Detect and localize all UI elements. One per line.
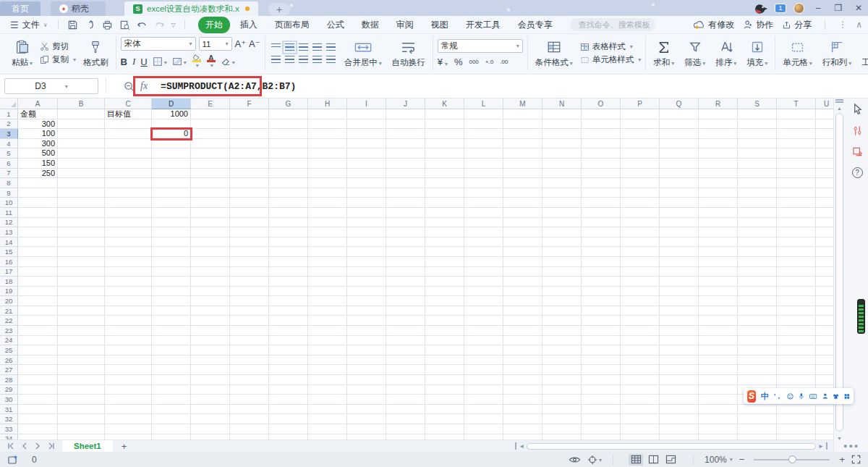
cell-B1[interactable] (58, 109, 105, 119)
cell-G33[interactable] (269, 424, 308, 434)
cell-D25[interactable] (152, 345, 191, 355)
cell-R6[interactable] (699, 159, 738, 169)
cell-C12[interactable] (105, 218, 152, 228)
cell-G31[interactable] (269, 405, 308, 415)
row-header-12[interactable]: 12 (0, 218, 18, 228)
cell-R34[interactable] (699, 434, 738, 439)
cell-N11[interactable] (542, 208, 582, 218)
cell-O14[interactable] (582, 237, 621, 248)
cell-T21[interactable] (777, 306, 816, 316)
cell-I14[interactable] (347, 237, 386, 248)
cell-K2[interactable] (425, 119, 464, 130)
cell-L25[interactable] (464, 345, 503, 355)
cell-D12[interactable] (152, 218, 191, 228)
cell-A6[interactable]: 150 (18, 159, 58, 169)
cell-E32[interactable] (191, 414, 230, 424)
hsplit-handle[interactable] (826, 442, 827, 450)
cell-C32[interactable] (105, 414, 152, 424)
cell-K16[interactable] (425, 257, 464, 267)
cell-O21[interactable] (582, 306, 621, 316)
cell-K22[interactable] (425, 316, 464, 326)
add-sheet-button[interactable]: + (122, 441, 127, 452)
cell-Q33[interactable] (660, 424, 699, 434)
cell-A19[interactable] (18, 287, 58, 297)
cell-U24[interactable] (816, 336, 833, 346)
row-header-21[interactable]: 21 (0, 306, 18, 316)
align-left-icon[interactable] (271, 56, 281, 64)
cell-R13[interactable] (699, 227, 738, 237)
cell-G18[interactable] (269, 277, 308, 287)
emoji-icon[interactable] (787, 392, 793, 401)
cell-M24[interactable] (503, 336, 542, 346)
cell-C4[interactable] (105, 139, 152, 149)
cell-F5[interactable] (230, 148, 269, 159)
first-sheet-icon[interactable] (7, 442, 14, 450)
cell-E19[interactable] (191, 287, 230, 297)
cell-G24[interactable] (269, 336, 308, 346)
cell-T17[interactable] (777, 267, 816, 277)
cell-T4[interactable] (777, 139, 816, 149)
cell-H15[interactable] (308, 247, 347, 257)
cell-B20[interactable] (58, 296, 105, 306)
cell-T8[interactable] (777, 178, 816, 188)
sogou-logo-icon[interactable]: S (747, 390, 756, 403)
cell-J23[interactable] (386, 326, 425, 336)
cell-N18[interactable] (542, 277, 582, 287)
cell-U25[interactable] (816, 345, 833, 355)
cell-A14[interactable] (18, 237, 58, 248)
cell-Q12[interactable] (660, 218, 699, 228)
cell-B16[interactable] (58, 257, 105, 267)
cell-U28[interactable] (816, 375, 833, 385)
cell-Q13[interactable] (660, 227, 699, 237)
collaborate-button[interactable]: 协作 (743, 19, 773, 31)
cell-D17[interactable] (152, 267, 191, 277)
cell-M6[interactable] (503, 159, 542, 169)
cell-C31[interactable] (105, 405, 152, 415)
cell-C13[interactable] (105, 227, 152, 237)
cell-L4[interactable] (464, 139, 503, 149)
column-header-E[interactable]: E (191, 98, 230, 109)
cell-B4[interactable] (58, 139, 105, 149)
cell-I6[interactable] (347, 159, 386, 169)
column-header-H[interactable]: H (308, 98, 347, 109)
cell-F31[interactable] (230, 405, 269, 415)
cell-J15[interactable] (386, 247, 425, 257)
cell-F4[interactable] (230, 139, 269, 149)
worksheet-button[interactable]: 工作表 (859, 38, 868, 68)
cell-B34[interactable] (58, 434, 105, 439)
cell-H33[interactable] (308, 424, 347, 434)
cell-C11[interactable] (105, 208, 152, 218)
file-menu-button[interactable]: ☰ 文件 ∨ (6, 19, 52, 31)
cell-Q4[interactable] (660, 139, 699, 149)
cell-E34[interactable] (191, 434, 230, 439)
cell-J34[interactable] (386, 434, 425, 439)
cell-O33[interactable] (582, 424, 621, 434)
cell-M28[interactable] (503, 375, 542, 385)
cell-H28[interactable] (308, 375, 347, 385)
cell-J8[interactable] (386, 178, 425, 188)
cell-F21[interactable] (230, 306, 269, 316)
cell-K17[interactable] (425, 267, 464, 277)
cell-L29[interactable] (464, 385, 503, 395)
cell-C34[interactable] (105, 434, 152, 439)
zoom-out-button[interactable]: − (739, 454, 745, 465)
cell-H12[interactable] (308, 218, 347, 228)
cell-C29[interactable] (105, 385, 152, 395)
cell-S10[interactable] (738, 198, 777, 208)
cell-S28[interactable] (738, 375, 777, 385)
cell-A10[interactable] (18, 198, 58, 208)
cell-F24[interactable] (230, 336, 269, 346)
cell-M33[interactable] (503, 424, 542, 434)
cell-Q24[interactable] (660, 336, 699, 346)
cell-O19[interactable] (582, 287, 621, 297)
cell-O9[interactable] (582, 188, 621, 198)
cell-K18[interactable] (425, 277, 464, 287)
cell-Q3[interactable] (660, 129, 699, 139)
cell-F25[interactable] (230, 345, 269, 355)
cell-A34[interactable] (18, 434, 58, 439)
cell-G22[interactable] (269, 316, 308, 326)
cell-S34[interactable] (738, 434, 777, 439)
filter-button[interactable]: 筛选 (681, 38, 708, 68)
cell-F6[interactable] (230, 159, 269, 169)
cell-H19[interactable] (308, 287, 347, 297)
